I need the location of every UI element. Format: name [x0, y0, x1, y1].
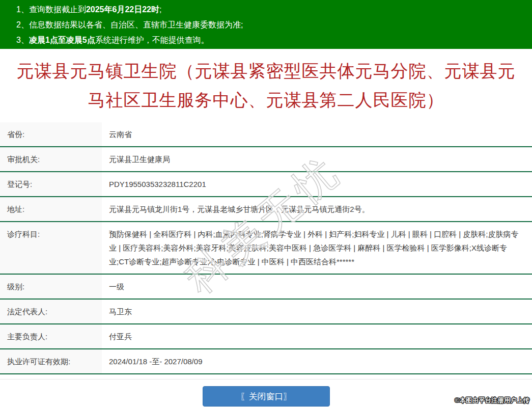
notice-number: 1、 [16, 5, 29, 14]
notice-text: 信息数据结果以各省、自治区、直辖市卫生健康委数据为准; [29, 20, 243, 29]
notice-text-bold: 凌晨1点至凌晨5点 [29, 36, 95, 44]
row-value: 元谋县元马镇龙川街1号，元谋县老城乡甘塘片区，元谋县元马镇元通街2号。 [102, 197, 532, 221]
notice-line-1: 1、查询数据截止到2025年6月22日22时; [16, 2, 526, 17]
notice-text: 系统进行维护，不能提供查询。 [95, 36, 209, 44]
close-window-button[interactable]: 〖关闭窗口〗 [203, 386, 330, 406]
table-row-license-validity: 执业许可证有效期: 2024/01/18 -至- 2027/08/09 [0, 349, 532, 374]
row-value: 付亚兵 [102, 324, 532, 348]
row-value: 一级 [102, 275, 532, 299]
notice-line-3: 3、凌晨1点至凌晨5点系统进行维护，不能提供查询。 [16, 33, 526, 48]
button-row: 〖关闭窗口〗 [0, 386, 532, 406]
row-value: 2024/01/18 -至- 2027/08/09 [102, 349, 532, 373]
table-row-legal-representative: 法定代表人: 马卫东 [0, 300, 532, 324]
row-label: 地址: [0, 197, 102, 221]
row-label: 执业许可证有效期: [0, 349, 102, 373]
notice-bar: 1、查询数据截止到2025年6月22日22时; 2、信息数据结果以各省、自治区、… [0, 0, 532, 49]
notice-text: 查询数据截止到 [29, 5, 86, 14]
notice-number: 2、 [16, 20, 29, 29]
row-label: 登记号: [0, 172, 102, 196]
page-title: 元谋县元马镇卫生院（元谋县紧密型医共体元马分院、元谋县元马社区卫生服务中心、元谋… [0, 49, 532, 122]
table-row-address: 地址: 元谋县元马镇龙川街1号，元谋县老城乡甘塘片区，元谋县元马镇元通街2号。 [0, 197, 532, 222]
divider [0, 379, 532, 379]
row-value: 马卫东 [102, 300, 532, 323]
upload-attribution-note: ©本图由平台注册用户上传 [455, 396, 529, 405]
row-label: 法定代表人: [0, 300, 102, 323]
table-row-approval-authority: 审批机关: 元谋县卫生健康局 [0, 147, 532, 172]
row-value: 预防保健科 | 全科医疗科 | 内科;血液内科专业;肾病学专业 | 外科 | 妇… [102, 222, 532, 274]
table-row-registration-number: 登记号: PDY19550353232811C2201 [0, 172, 532, 197]
notice-number: 3、 [16, 36, 29, 44]
row-value: 云南省 [102, 122, 532, 146]
row-label: 诊疗科目: [0, 222, 102, 274]
row-label: 省份: [0, 122, 102, 146]
table-row-province: 省份: 云南省 [0, 122, 532, 147]
row-label: 主要负责人: [0, 324, 102, 348]
row-label: 审批机关: [0, 147, 102, 171]
notice-text: ; [159, 5, 161, 14]
table-row-main-person-in-charge: 主要负责人: 付亚兵 [0, 324, 532, 349]
row-value: 元谋县卫生健康局 [102, 147, 532, 171]
notice-text-bold: 2025年6月22日22时 [86, 5, 159, 14]
table-row-level: 级别: 一级 [0, 275, 532, 300]
table-row-medical-departments: 诊疗科目: 预防保健科 | 全科医疗科 | 内科;血液内科专业;肾病学专业 | … [0, 222, 532, 275]
institution-detail-table: 省份: 云南省 审批机关: 元谋县卫生健康局 登记号: PDY195503532… [0, 122, 532, 374]
row-label: 级别: [0, 275, 102, 299]
row-value: PDY19550353232811C2201 [102, 172, 532, 196]
notice-line-2: 2、信息数据结果以各省、自治区、直辖市卫生健康委数据为准; [16, 17, 526, 33]
